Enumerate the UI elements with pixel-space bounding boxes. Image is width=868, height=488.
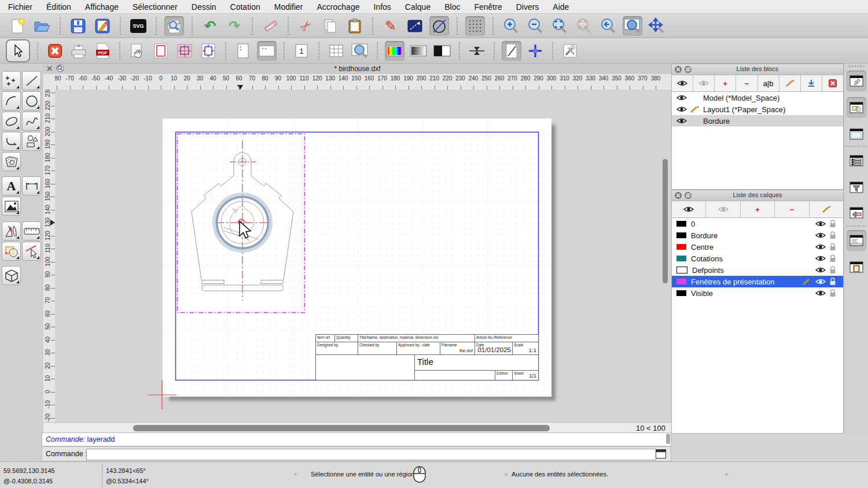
layer-edit-button[interactable]	[810, 201, 843, 217]
vertical-scrollbar-thumb[interactable]	[663, 159, 668, 283]
layer-row[interactable]: Defpoints	[672, 264, 843, 276]
fit-to-page-button[interactable]	[198, 41, 218, 61]
modify-tool[interactable]	[2, 221, 21, 241]
insert-image-tool[interactable]	[2, 197, 21, 216]
command-history-scrollbar[interactable]	[666, 434, 670, 444]
layer-color-swatch[interactable]	[676, 267, 687, 273]
layer-remove-button[interactable]: −	[775, 201, 809, 217]
grid-toggle-button[interactable]	[465, 16, 485, 36]
dimension-tool[interactable]	[22, 176, 41, 195]
menu-modifier[interactable]: Modifier	[274, 2, 303, 12]
zoom-previous-button[interactable]	[574, 16, 594, 36]
horizontal-scrollbar-thumb[interactable]	[133, 425, 550, 431]
center-mark-button[interactable]	[467, 41, 487, 61]
visibility-eye-icon[interactable]	[676, 94, 687, 101]
draw-hatch-tool[interactable]	[2, 152, 21, 171]
selection-pointer-button[interactable]	[6, 39, 30, 62]
visibility-eye-icon[interactable]	[676, 106, 687, 113]
lock-icon[interactable]	[829, 278, 836, 286]
save-button[interactable]	[68, 16, 88, 36]
3d-cube-tool[interactable]	[2, 266, 21, 285]
layer-color-swatch[interactable]	[676, 290, 686, 296]
menu-cotation[interactable]: Cotation	[230, 2, 260, 12]
menu-accrochage[interactable]: Accrochage	[317, 2, 360, 12]
workspace-options-button[interactable]	[560, 41, 580, 61]
table-grid-button[interactable]	[326, 41, 346, 61]
measure-tool[interactable]	[22, 221, 41, 241]
export-svg-button[interactable]: SVG	[128, 16, 148, 36]
draw-shape-tool[interactable]	[22, 132, 41, 151]
save-as-button[interactable]	[93, 16, 112, 36]
block-row[interactable]: Model (*Model_Space)	[672, 92, 843, 103]
draw-polyline-tool[interactable]	[2, 132, 21, 151]
page-number-button[interactable]: 1	[292, 41, 311, 61]
layer-row[interactable]: Cotations	[672, 253, 843, 264]
select-window-button[interactable]	[405, 16, 425, 36]
dock-block-list-toggle[interactable]	[847, 71, 866, 91]
block-add-button[interactable]: +	[715, 75, 736, 91]
lock-icon[interactable]	[829, 266, 836, 274]
menu-divers[interactable]: Divers	[516, 2, 539, 12]
draw-ellipse-tool[interactable]	[2, 112, 21, 131]
lock-icon[interactable]	[829, 231, 836, 239]
menu-aide[interactable]: Aide	[553, 2, 569, 12]
draw-text-tool[interactable]: A	[2, 176, 21, 195]
visibility-eye-icon[interactable]	[815, 290, 826, 297]
dock-layer-filter-toggle[interactable]	[847, 177, 866, 198]
undo-button[interactable]: ↶	[200, 16, 220, 36]
info-tool[interactable]	[2, 242, 21, 261]
block-edit-button[interactable]	[779, 75, 801, 91]
dock-pen-palette-toggle[interactable]	[847, 202, 866, 223]
dock-clipboard-toggle[interactable]	[847, 257, 866, 278]
lock-icon[interactable]	[829, 243, 836, 251]
delete-button[interactable]	[260, 16, 280, 36]
export-pdf-button[interactable]: PDF	[93, 41, 112, 61]
select-entity-tool[interactable]	[22, 242, 41, 261]
visibility-eye-icon[interactable]	[815, 220, 826, 227]
draw-line-tool[interactable]	[22, 71, 41, 90]
menu-affichage[interactable]: Affichage	[85, 2, 119, 12]
layer-color-swatch[interactable]	[676, 221, 686, 227]
dock-command-line-toggle[interactable]	[847, 230, 866, 251]
lock-icon[interactable]	[829, 220, 836, 228]
zoom-in-button[interactable]	[501, 16, 521, 36]
edit-pencil-button[interactable]: ✎	[381, 16, 400, 36]
draw-spline-tool[interactable]	[22, 112, 41, 131]
zoom-page-button[interactable]	[350, 41, 370, 61]
zoom-window-button[interactable]	[623, 16, 642, 36]
layer-hide-all-button[interactable]	[706, 201, 740, 217]
layer-color-swatch[interactable]	[676, 279, 686, 284]
menu-edition[interactable]: Édition	[46, 2, 71, 12]
full-color-mode-button[interactable]	[385, 41, 404, 61]
visibility-eye-icon[interactable]	[815, 243, 826, 250]
command-input[interactable]	[86, 449, 656, 460]
drawing-canvas[interactable]: Item ref Quantity Title/Name, destinatio…	[55, 90, 671, 422]
lock-icon[interactable]	[829, 289, 836, 297]
snap-center-button[interactable]	[525, 41, 545, 61]
block-row[interactable]: Bordure	[672, 115, 843, 127]
portrait-orientation-button[interactable]	[233, 41, 253, 61]
layer-show-all-button[interactable]	[672, 201, 706, 217]
grayscale-mode-button[interactable]	[409, 41, 428, 61]
zoom-auto-button[interactable]	[550, 16, 569, 36]
visibility-eye-icon[interactable]	[676, 117, 687, 124]
dock-library-browser-toggle[interactable]	[847, 97, 866, 118]
dock-layer-list-toggle[interactable]	[847, 150, 866, 171]
layer-color-swatch[interactable]	[676, 232, 686, 238]
draft-mode-button[interactable]	[502, 41, 521, 61]
layer-color-swatch[interactable]	[676, 244, 686, 250]
redo-button[interactable]: ↷	[225, 16, 244, 36]
menu-bloc[interactable]: Bloc	[444, 2, 460, 12]
paper-border-button[interactable]	[151, 41, 171, 61]
menu-infos[interactable]: Infos	[373, 2, 391, 12]
paste-button[interactable]	[345, 16, 365, 36]
layer-add-button[interactable]: +	[741, 201, 775, 217]
command-dock-icon[interactable]	[656, 449, 666, 459]
block-hide-all-button[interactable]	[693, 75, 715, 91]
draw-circle-tool[interactable]	[22, 91, 41, 110]
layer-row[interactable]: 0	[672, 218, 843, 230]
draw-point-tool[interactable]	[2, 71, 21, 90]
menu-fenetre[interactable]: Fenêtre	[474, 2, 502, 12]
block-remove-button[interactable]: −	[736, 75, 757, 91]
black-white-mode-button[interactable]	[432, 41, 452, 61]
